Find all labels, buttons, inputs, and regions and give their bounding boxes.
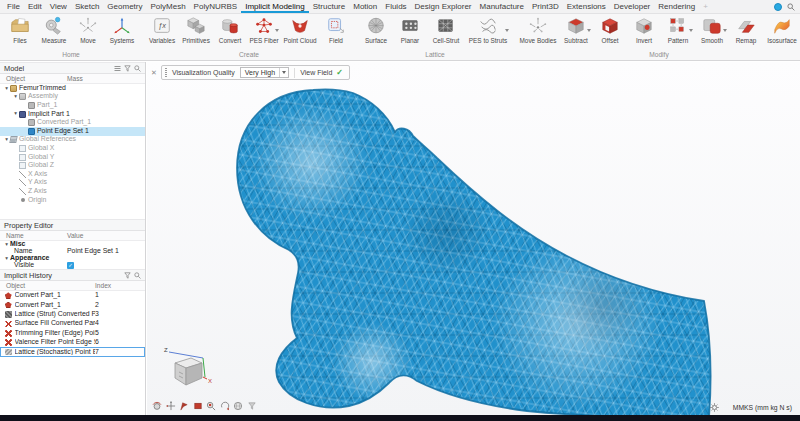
- menu-motion[interactable]: Motion: [349, 0, 381, 13]
- tree-row-femurtrimmed[interactable]: FemurTrimmed: [0, 84, 145, 93]
- search-icon[interactable]: [134, 272, 141, 279]
- view-filter-icon[interactable]: [247, 401, 257, 411]
- expand-arrow-icon[interactable]: [3, 256, 10, 261]
- history-index: 2: [95, 302, 145, 309]
- menu-fluids[interactable]: Fluids: [381, 0, 410, 13]
- tree-row-origin[interactable]: Origin: [0, 196, 145, 205]
- zoom-window-icon[interactable]: [193, 401, 203, 411]
- tree-row-global-y[interactable]: Global Y: [0, 153, 145, 162]
- surface-lattice-button[interactable]: Surface: [359, 15, 393, 50]
- history-row[interactable]: Surface Fill Converted Part_14: [0, 319, 145, 328]
- orbit-view-icon[interactable]: [152, 401, 162, 411]
- cell-strut-button[interactable]: Cell-Strut: [427, 15, 465, 50]
- menu-polynurbs[interactable]: PolyNURBS: [190, 0, 242, 13]
- isosurface-button[interactable]: Isosurface: [763, 15, 800, 50]
- tree-row-global-z[interactable]: Global Z: [0, 161, 145, 170]
- tree-row-x-axis[interactable]: X Axis: [0, 170, 145, 179]
- history-row[interactable]: Trimming Filter (Edge) Point Ed..5: [0, 329, 145, 338]
- tree-row-converted-part-1[interactable]: Converted Part_1: [0, 118, 145, 127]
- filter-icon[interactable]: [124, 65, 131, 72]
- menu-print3d[interactable]: Print3D: [528, 0, 563, 13]
- tree-row-y-axis[interactable]: Y Axis: [0, 179, 145, 188]
- left-panel-column: Model Object Mass FemurTrimmed Assembly …: [0, 62, 146, 415]
- drag-grip-icon[interactable]: [165, 68, 167, 77]
- account-avatar[interactable]: [774, 3, 782, 11]
- zoom-icon[interactable]: [206, 401, 216, 411]
- tree-row-point-edge-set-1[interactable]: Point Edge Set 1: [0, 127, 145, 136]
- visualization-quality-select[interactable]: Very High: [240, 67, 289, 78]
- menu-extensions[interactable]: Extensions: [563, 0, 610, 13]
- expand-arrow-icon[interactable]: [3, 242, 10, 247]
- pes-to-struts-button[interactable]: PES to Struts: [465, 15, 511, 50]
- smooth-button[interactable]: Smooth: [695, 15, 729, 50]
- property-row-visible[interactable]: Visible: [0, 262, 145, 269]
- filter-icon[interactable]: [124, 272, 131, 279]
- menu-file[interactable]: File: [3, 0, 24, 13]
- menu-manufacture[interactable]: Manufacture: [476, 0, 528, 13]
- tree-row-global-x[interactable]: Global X: [0, 144, 145, 153]
- search-icon[interactable]: [134, 65, 141, 72]
- pan-view-icon[interactable]: [166, 401, 176, 411]
- menu-geometry[interactable]: Geometry: [103, 0, 146, 13]
- history-index: 6: [95, 339, 145, 346]
- history-row-selected[interactable]: Lattice (Stochastic) Point Edg..7: [0, 347, 145, 356]
- tree-row-part-1[interactable]: Part_1: [0, 101, 145, 110]
- perspective-icon[interactable]: [233, 401, 243, 411]
- expand-arrow-icon[interactable]: [12, 111, 19, 116]
- close-icon[interactable]: [151, 69, 157, 77]
- offset-button[interactable]: Offset: [593, 15, 627, 50]
- tree-row-z-axis[interactable]: Z Axis: [0, 187, 145, 196]
- planar-lattice-button[interactable]: Planar: [393, 15, 427, 50]
- property-value[interactable]: Point Edge Set 1: [67, 248, 145, 255]
- field-button[interactable]: Field: [319, 15, 353, 50]
- history-row[interactable]: Valence Filter Point Edge Set 16: [0, 338, 145, 347]
- tree-row-assembly[interactable]: Assembly: [0, 93, 145, 102]
- expand-arrow-icon[interactable]: [12, 94, 19, 99]
- tree-row-global-references[interactable]: Global References: [0, 136, 145, 145]
- tree-row-label: Y Axis: [28, 179, 47, 186]
- visible-checkbox[interactable]: [67, 262, 74, 269]
- menu-rendering[interactable]: Rendering: [654, 0, 699, 13]
- convert-button[interactable]: Convert: [213, 15, 247, 50]
- measure-button[interactable]: Measure: [37, 15, 71, 50]
- menu-view[interactable]: View: [46, 0, 71, 13]
- view-orientation-cube[interactable]: Z X: [163, 345, 219, 391]
- menu-polymesh[interactable]: PolyMesh: [146, 0, 189, 13]
- menu-add-tab[interactable]: +: [699, 0, 712, 13]
- tree-row-label: Assembly: [28, 93, 58, 100]
- select-flag-icon[interactable]: [179, 401, 189, 411]
- systems-button[interactable]: Systems: [105, 15, 139, 50]
- viewport-3d[interactable]: Visualization Quality Very High View Fie…: [147, 62, 800, 415]
- menu-developer[interactable]: Developer: [610, 0, 654, 13]
- point-cloud-button[interactable]: Point Cloud: [281, 15, 319, 50]
- units-indicator[interactable]: MMKS (mm kg N s): [733, 404, 792, 411]
- list-view-icon[interactable]: [114, 65, 121, 72]
- variables-button[interactable]: ƒx Variables: [145, 15, 179, 50]
- invert-button[interactable]: Invert: [627, 15, 661, 50]
- search-icon[interactable]: [787, 3, 795, 11]
- pes-fiber-button[interactable]: PES Fiber: [247, 15, 281, 50]
- menu-implicit-modeling[interactable]: Implicit Modeling: [241, 0, 309, 13]
- expand-arrow-icon[interactable]: [3, 86, 10, 91]
- history-row[interactable]: Convert Part_12: [0, 300, 145, 309]
- tree-row-implicit-part-1[interactable]: Implicit Part 1: [0, 110, 145, 119]
- rotate-view-icon[interactable]: [220, 401, 230, 411]
- history-row[interactable]: Lattice (Strut) Converted Part_13: [0, 310, 145, 319]
- history-row[interactable]: Convert Part_11: [0, 291, 145, 300]
- primitives-icon: [185, 16, 207, 36]
- dropdown-caret-icon: [587, 29, 591, 32]
- move-button[interactable]: Move: [71, 15, 105, 50]
- settings-gear-icon[interactable]: [710, 403, 719, 412]
- menu-structure[interactable]: Structure: [309, 0, 349, 13]
- files-button[interactable]: Files: [3, 15, 37, 50]
- move-bodies-button[interactable]: Move Bodies: [517, 15, 559, 50]
- remap-button[interactable]: Remap: [729, 15, 763, 50]
- subtract-button[interactable]: Subtract: [559, 15, 593, 50]
- menu-design-explorer[interactable]: Design Explorer: [411, 0, 476, 13]
- pattern-button[interactable]: Pattern: [661, 15, 695, 50]
- primitives-button[interactable]: Primitives: [179, 15, 213, 50]
- menu-edit[interactable]: Edit: [24, 0, 46, 13]
- axis-icon: [19, 188, 26, 195]
- menu-sketch[interactable]: Sketch: [71, 0, 103, 13]
- view-field-button[interactable]: View Field: [300, 68, 343, 77]
